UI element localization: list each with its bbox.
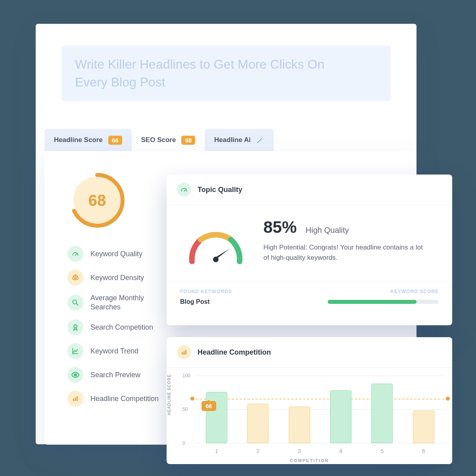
chart-bar bbox=[289, 407, 310, 443]
metric-item[interactable]: Search Preview bbox=[67, 367, 171, 383]
ribbon-icon bbox=[67, 319, 83, 335]
chart-bar bbox=[371, 384, 393, 443]
svg-point-15 bbox=[213, 257, 219, 262]
metric-item[interactable]: Keyword Trend bbox=[67, 343, 171, 359]
search-icon bbox=[67, 295, 83, 311]
card-title: Topic Quality bbox=[198, 186, 242, 194]
tab-headline-ai[interactable]: Headline Ai bbox=[205, 129, 274, 151]
scale-icon bbox=[67, 270, 83, 286]
svg-point-1 bbox=[263, 139, 263, 140]
headline-competition-card: Headline Competition HEADLINE SCORE 0501… bbox=[167, 337, 452, 464]
svg-rect-11 bbox=[73, 399, 74, 401]
quality-percent: 85% bbox=[263, 218, 297, 237]
quality-label: High Quality bbox=[306, 226, 349, 234]
metric-item[interactable]: Search Competition bbox=[67, 319, 171, 335]
tab-label: Headline Ai bbox=[214, 136, 251, 144]
svg-rect-17 bbox=[184, 351, 185, 355]
headline-input-box[interactable]: Write Killer Headlines to Get More Click… bbox=[61, 46, 391, 101]
svg-line-14 bbox=[184, 190, 185, 191]
metric-item[interactable]: Average Monthly Searches bbox=[67, 294, 171, 311]
chart-bar bbox=[330, 390, 351, 443]
score-marker: 66 bbox=[202, 401, 216, 411]
keyword-score-label: KEYWORD SCORE bbox=[390, 289, 439, 294]
eye-icon bbox=[67, 367, 83, 383]
metric-list: Keyword QualityKeyword DensityAverage Mo… bbox=[67, 246, 171, 407]
metric-label: Search Preview bbox=[90, 370, 140, 380]
metric-label: Average Monthly Searches bbox=[90, 294, 171, 311]
metric-item[interactable]: Headline Competition bbox=[67, 391, 171, 407]
found-keyword: Blog Post bbox=[180, 298, 210, 305]
svg-line-8 bbox=[77, 303, 78, 305]
tab-headline-score[interactable]: Headline Score 66 bbox=[44, 129, 132, 151]
topic-quality-card: Topic Quality 85% High Quality High Pote… bbox=[167, 175, 452, 325]
bars-icon bbox=[67, 391, 83, 407]
magic-wand-icon bbox=[256, 136, 264, 144]
metric-item[interactable]: Keyword Density bbox=[67, 270, 171, 286]
competition-chart: HEADLINE SCORE 05010012345666 COMPETITIO… bbox=[167, 368, 452, 463]
tab-seo-score[interactable]: SEO Score 68 bbox=[132, 129, 205, 151]
seo-score-value: 68 bbox=[67, 171, 127, 230]
card-header: Headline Competition bbox=[167, 337, 452, 368]
gauge-icon bbox=[177, 182, 191, 197]
keyword-score-bar bbox=[328, 300, 439, 304]
quality-gauge bbox=[180, 218, 251, 273]
svg-rect-18 bbox=[185, 350, 186, 355]
svg-point-0 bbox=[262, 138, 263, 138]
svg-line-5 bbox=[75, 254, 77, 255]
chart-ylabel: HEADLINE SCORE bbox=[167, 374, 171, 415]
chart-xlabel: COMPETITION bbox=[167, 458, 452, 463]
chart-bar bbox=[247, 404, 269, 443]
svg-rect-13 bbox=[77, 396, 78, 401]
card-title: Headline Competition bbox=[198, 348, 271, 357]
metric-item[interactable]: Keyword Quality bbox=[67, 246, 171, 262]
svg-point-10 bbox=[74, 374, 77, 376]
chart-bar bbox=[413, 411, 434, 443]
svg-point-2 bbox=[261, 137, 261, 138]
svg-rect-12 bbox=[75, 397, 76, 401]
found-keywords-label: FOUND KEYWORDS bbox=[180, 289, 232, 294]
tab-badge: 66 bbox=[108, 136, 122, 145]
tab-badge: 68 bbox=[181, 136, 195, 145]
metric-label: Keyword Quality bbox=[90, 250, 142, 259]
headline-text: Write Killer Headlines to Get More Click… bbox=[75, 56, 329, 91]
svg-rect-16 bbox=[182, 352, 183, 355]
metric-label: Keyword Density bbox=[90, 273, 144, 282]
tabs: Headline Score 66 SEO Score 68 Headline … bbox=[44, 129, 274, 151]
card-header: Topic Quality bbox=[167, 175, 452, 205]
metric-label: Keyword Trend bbox=[90, 347, 138, 356]
metric-label: Headline Competition bbox=[90, 394, 159, 403]
svg-point-9 bbox=[74, 324, 77, 328]
gauge-icon bbox=[67, 246, 83, 262]
quality-description: High Potential: Congrats! Your headline … bbox=[263, 242, 430, 263]
tab-label: Headline Score bbox=[54, 136, 103, 144]
seo-score-circle: 68 bbox=[67, 171, 127, 230]
bars-icon bbox=[177, 345, 191, 359]
tab-label: SEO Score bbox=[141, 136, 176, 144]
trend-icon bbox=[67, 343, 83, 359]
metric-label: Search Competition bbox=[90, 323, 153, 332]
